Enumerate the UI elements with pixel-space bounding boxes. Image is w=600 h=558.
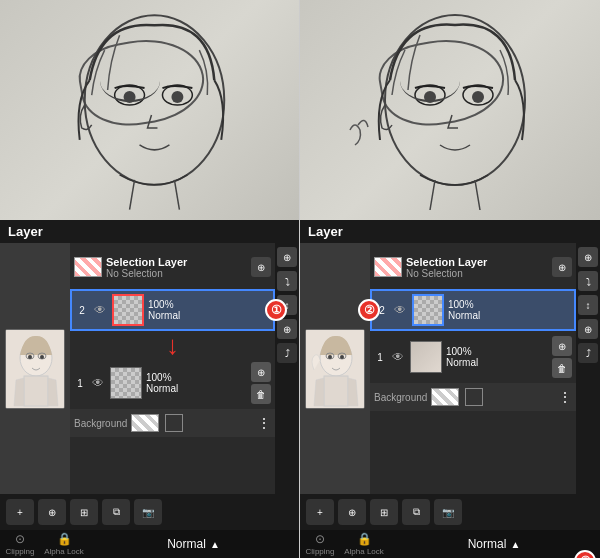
- paste-btn-1[interactable]: ⧉: [102, 499, 130, 525]
- annotation-circle-3: ③: [574, 550, 596, 558]
- blend-chevron-2: ▲: [510, 539, 520, 550]
- clipping-tab-1[interactable]: ⊙ Clipping: [0, 532, 40, 556]
- trash-icon-1[interactable]: 🗑: [251, 384, 271, 404]
- layer-title-1: Layer: [8, 224, 43, 239]
- bg-thumb-3: [431, 388, 459, 406]
- move-icon-2[interactable]: ⊕: [552, 336, 572, 356]
- rs-icon-5[interactable]: ⤴: [277, 343, 297, 363]
- layers-list-1: Selection Layer No Selection ⊕ 2 👁 100% …: [70, 243, 275, 494]
- alphalock-tab-2[interactable]: 🔒 Alpha Lock: [344, 532, 384, 556]
- camera-btn-1[interactable]: 📷: [134, 499, 162, 525]
- eye-icon-1-p1[interactable]: 👁: [90, 375, 106, 391]
- char-thumbnail-col-2: [300, 243, 370, 494]
- layer-actions-1: ⊕ 🗑: [251, 362, 271, 404]
- layer-blend-2-p1: Normal: [148, 310, 269, 321]
- layer-blend-1-p1: Normal: [146, 383, 247, 394]
- bg-dots-btn-2[interactable]: ⋮: [558, 389, 572, 405]
- bg-thumb-4: [465, 388, 483, 406]
- layer-thumb-2-p1: [112, 294, 144, 326]
- paste-btn-2[interactable]: ⧉: [402, 499, 430, 525]
- move-btn-1[interactable]: ⊕: [38, 499, 66, 525]
- layer-title-2: Layer: [308, 224, 343, 239]
- svg-rect-23: [324, 376, 348, 406]
- layer-num-1-p2: 1: [374, 352, 386, 363]
- bg-dots-btn-1[interactable]: ⋮: [257, 415, 271, 431]
- layer-num-2-p1: 2: [76, 305, 88, 316]
- move-icon-1[interactable]: ⊕: [251, 362, 271, 382]
- copy-btn-1[interactable]: ⊞: [70, 499, 98, 525]
- bg-thumb-2: [165, 414, 183, 432]
- alphalock-tab-1[interactable]: 🔒 Alpha Lock: [44, 532, 84, 556]
- transform-icon-1[interactable]: ⊕: [251, 257, 271, 277]
- layer-row-1-p1[interactable]: 1 👁 100% Normal ⊕ 🗑: [70, 359, 275, 407]
- red-arrow-down: ↓: [166, 330, 179, 361]
- selection-layer-title-2: Selection Layer: [406, 256, 548, 268]
- blend-mode-select-1[interactable]: Normal ▲: [88, 537, 299, 551]
- eye-icon-2-p2[interactable]: 👁: [392, 302, 408, 318]
- selection-layer-row-1: Selection Layer No Selection ⊕: [70, 247, 275, 287]
- eye-icon-2-p1[interactable]: 👁: [92, 302, 108, 318]
- copy-btn-2[interactable]: ⊞: [370, 499, 398, 525]
- layer-info-2-p1: 100% Normal: [148, 299, 269, 321]
- rs-icon-4[interactable]: ⊕: [277, 319, 297, 339]
- svg-point-3: [124, 91, 136, 103]
- layer-thumb-1-p2: [410, 341, 442, 373]
- svg-point-16: [472, 91, 484, 103]
- transform-icon-2[interactable]: ⊕: [552, 257, 572, 277]
- blend-mode-select-2[interactable]: Normal ▲: [388, 537, 600, 551]
- layer-row-1-p2[interactable]: 1 👁 100% Normal ⊕ 🗑: [370, 333, 576, 381]
- rs-icon-2[interactable]: ⤵: [277, 271, 297, 291]
- trash-icon-2[interactable]: 🗑: [552, 358, 572, 378]
- layer-opacity-2-p2: 100%: [448, 299, 570, 310]
- panel-2: Layer: [300, 0, 600, 558]
- clipping-icon-1: ⊙: [15, 532, 25, 546]
- selection-layer-sub-1: No Selection: [106, 268, 247, 279]
- svg-rect-11: [24, 376, 48, 406]
- layer-panel-1: Layer: [0, 220, 299, 558]
- sketch-background-2: [300, 0, 600, 220]
- clipping-label-2: Clipping: [306, 547, 335, 556]
- selection-layer-sub-2: No Selection: [406, 268, 548, 279]
- clipping-tab-2[interactable]: ⊙ Clipping: [300, 532, 340, 556]
- rs2-icon-2[interactable]: ⤵: [578, 271, 598, 291]
- move-btn-2[interactable]: ⊕: [338, 499, 366, 525]
- camera-btn-2[interactable]: 📷: [434, 499, 462, 525]
- svg-point-4: [171, 91, 183, 103]
- bg-thumb-1: [131, 414, 159, 432]
- layer-row-2-p2[interactable]: ② 2 👁 100% Normal: [370, 289, 576, 331]
- eye-icon-1-p2[interactable]: 👁: [390, 349, 406, 365]
- bg-label-2: Background: [374, 392, 427, 403]
- rs-icon-1[interactable]: ⊕: [277, 247, 297, 267]
- layer-blend-1-p2: Normal: [446, 357, 548, 368]
- layer-opacity-1-p1: 100%: [146, 372, 247, 383]
- selection-layer-row-2: Selection Layer No Selection ⊕: [370, 247, 576, 287]
- right-sidebar-2: ⊕ ⤵ ↕ ⊕ ⤴: [576, 243, 600, 494]
- rs2-icon-4[interactable]: ⊕: [578, 319, 598, 339]
- lock-icon-2: 🔒: [357, 532, 372, 546]
- right-sidebar-1: ⊕ ⤵ ↕ ⊕ ⤴: [275, 243, 299, 494]
- add-btn-2[interactable]: +: [306, 499, 334, 525]
- layer-content-2: Selection Layer No Selection ⊕ ② 2 👁 100…: [300, 243, 600, 494]
- char-thumbnail-2: [305, 329, 365, 409]
- svg-point-9: [28, 355, 32, 359]
- rs2-icon-3[interactable]: ↕: [578, 295, 598, 315]
- layer-header-1: Layer: [0, 220, 299, 243]
- annotation-circle-2: ②: [358, 299, 380, 321]
- sketch-area-2: [300, 0, 600, 220]
- add-btn-1[interactable]: +: [6, 499, 34, 525]
- lock-icon-1: 🔒: [57, 532, 72, 546]
- bg-row-1: Background ⋮: [70, 409, 275, 437]
- sketch-area-1: [0, 0, 299, 220]
- selection-preview-1: [74, 257, 102, 277]
- blend-mode-text-1: Normal: [167, 537, 206, 551]
- alphalock-label-1: Alpha Lock: [44, 547, 84, 556]
- layer-row-2-p1[interactable]: 2 👁 100% Normal ①: [70, 289, 275, 331]
- layer-info-1-p2: 100% Normal: [446, 346, 548, 368]
- panel-1: Layer: [0, 0, 300, 558]
- selection-preview-2: [374, 257, 402, 277]
- rs2-icon-5[interactable]: ⤴: [578, 343, 598, 363]
- selection-layer-title-1: Selection Layer: [106, 256, 247, 268]
- svg-point-15: [424, 91, 436, 103]
- rs2-icon-1[interactable]: ⊕: [578, 247, 598, 267]
- bg-label-1: Background: [74, 418, 127, 429]
